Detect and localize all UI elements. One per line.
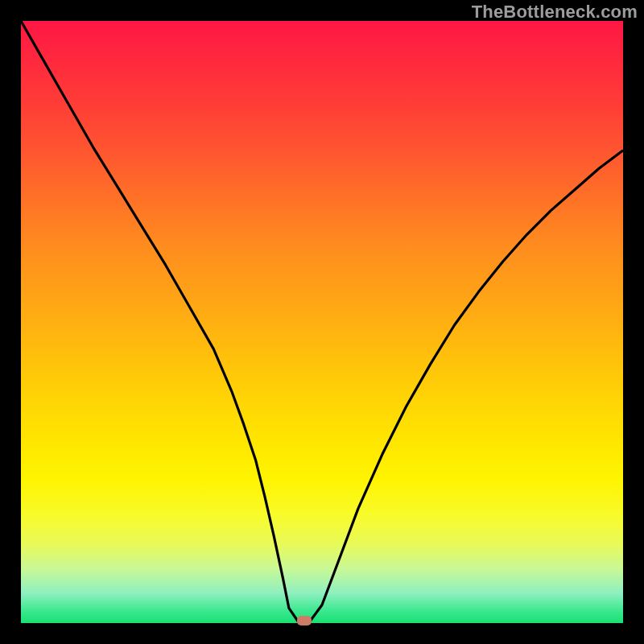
bottleneck-curve [21, 21, 623, 621]
chart-frame: TheBottleneck.com [0, 0, 644, 644]
watermark-text: TheBottleneck.com [472, 2, 638, 23]
curve-layer [21, 21, 623, 623]
optimal-point-marker [297, 616, 312, 625]
